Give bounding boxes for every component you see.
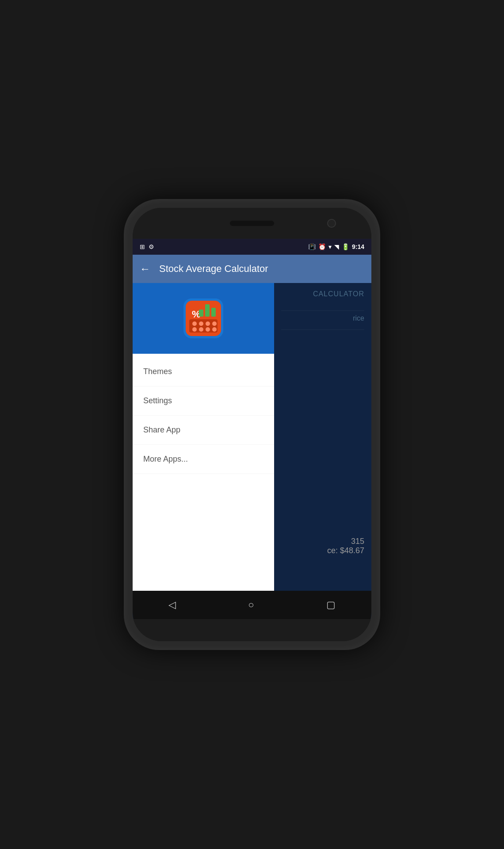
- status-bar: ⊞ ⚙ 📳 ⏰ ▾ ◥ 🔋 9:14: [133, 239, 371, 255]
- status-time: 9:14: [352, 243, 364, 250]
- screen: ⊞ ⚙ 📳 ⏰ ▾ ◥ 🔋 9:14 ← Stock Average Calcu…: [133, 239, 371, 619]
- app-bar: ← Stock Average Calculator: [133, 255, 371, 283]
- menu-item-more-apps-label: More Apps...: [143, 455, 188, 463]
- nav-recent-button[interactable]: ▢: [316, 594, 346, 616]
- wifi-icon: ▾: [328, 243, 332, 250]
- phone-screen-container: ⊞ ⚙ 📳 ⏰ ▾ ◥ 🔋 9:14 ← Stock Average Calcu…: [133, 208, 371, 641]
- content-area: % Themes: [133, 283, 371, 591]
- menu-item-settings[interactable]: Settings: [133, 386, 274, 416]
- nav-home-button[interactable]: ○: [237, 594, 264, 616]
- menu-item-themes[interactable]: Themes: [133, 357, 274, 386]
- app-icon: %: [186, 301, 221, 336]
- bottom-bezel: [133, 619, 371, 641]
- image-status-icon: ⊞: [140, 243, 145, 250]
- alarm-icon: ⏰: [318, 243, 326, 250]
- nav-back-button[interactable]: ◁: [158, 594, 187, 616]
- status-left-icons: ⊞ ⚙: [140, 243, 154, 250]
- status-right-icons: 📳 ⏰ ▾ ◥ 🔋 9:14: [308, 243, 364, 250]
- menu-item-share-app-label: Share App: [143, 425, 180, 434]
- vibrate-icon: 📳: [308, 243, 316, 250]
- android-status-icon: ⚙: [149, 243, 154, 250]
- drawer-overlay[interactable]: [274, 283, 371, 591]
- app-bar-title: Stock Average Calculator: [159, 263, 268, 275]
- svg-point-9: [212, 327, 217, 332]
- top-bezel: [133, 208, 371, 239]
- menu-item-more-apps[interactable]: More Apps...: [133, 445, 274, 474]
- menu-item-share-app[interactable]: Share App: [133, 416, 274, 445]
- svg-point-6: [192, 327, 197, 332]
- svg-rect-13: [199, 310, 203, 317]
- battery-icon: 🔋: [342, 243, 349, 250]
- speaker: [230, 221, 274, 226]
- svg-rect-11: [205, 304, 210, 317]
- back-button[interactable]: ←: [140, 263, 150, 275]
- nav-bar: ◁ ○ ▢: [133, 591, 371, 619]
- menu-item-settings-label: Settings: [143, 396, 172, 405]
- app-icon-container: %: [183, 298, 223, 338]
- svg-point-2: [192, 321, 197, 326]
- svg-point-4: [206, 321, 210, 326]
- signal-icon: ◥: [334, 243, 339, 250]
- camera: [327, 219, 336, 228]
- svg-rect-12: [211, 308, 216, 317]
- svg-point-8: [206, 327, 210, 332]
- menu-item-themes-label: Themes: [143, 367, 172, 376]
- phone-device: ⊞ ⚙ 📳 ⏰ ▾ ◥ 🔋 9:14 ← Stock Average Calcu…: [124, 199, 380, 650]
- svg-point-3: [199, 321, 203, 326]
- drawer-header: %: [133, 283, 274, 354]
- svg-point-7: [199, 327, 203, 332]
- drawer-menu: Themes Settings Share App More Apps...: [133, 354, 274, 591]
- navigation-drawer: % Themes: [133, 283, 274, 591]
- svg-point-5: [212, 321, 217, 326]
